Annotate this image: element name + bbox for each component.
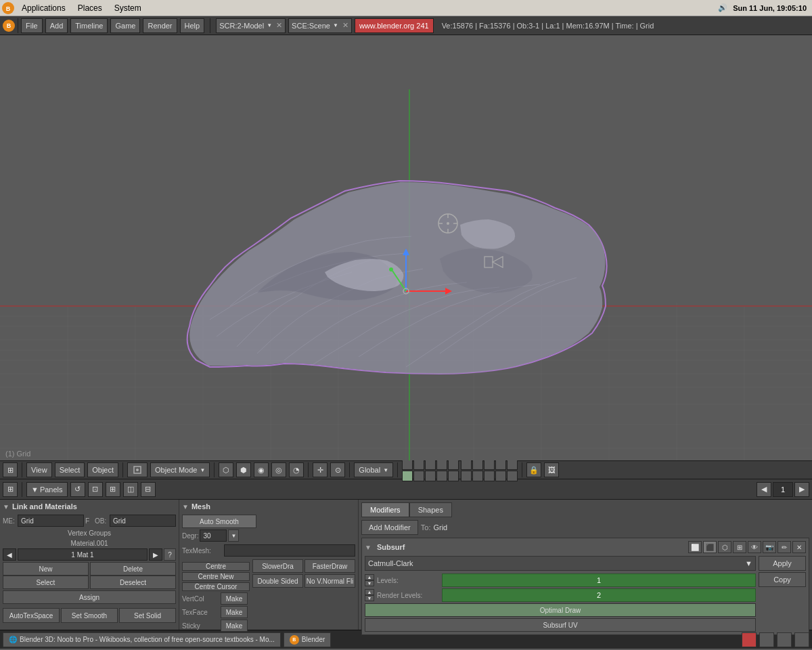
render-menu[interactable]: Render: [143, 18, 177, 33]
object-menu-btn[interactable]: Object: [87, 462, 118, 477]
layer-btn-17[interactable]: [472, 471, 483, 481]
global-select[interactable]: Global ▼: [354, 462, 393, 477]
me-input[interactable]: Grid: [18, 515, 84, 527]
places-menu[interactable]: Places: [72, 2, 108, 14]
layer-btn-10[interactable]: [448, 471, 459, 481]
lock-btn[interactable]: 🔒: [526, 462, 541, 477]
render-preview-btn[interactable]: 🖼: [544, 462, 559, 477]
select-menu-btn[interactable]: Select: [55, 462, 85, 477]
panel-next-btn[interactable]: ▶: [794, 482, 809, 497]
ss-icon-1[interactable]: ⬜: [688, 541, 702, 553]
select-btn[interactable]: Select: [3, 576, 89, 589]
mode-icon-btn[interactable]: [127, 462, 148, 477]
assign-btn[interactable]: Assign: [3, 590, 176, 604]
blender-task[interactable]: B Blender: [284, 632, 331, 647]
texface-make-btn[interactable]: Make: [221, 606, 248, 618]
draw-type-btn4[interactable]: ◎: [271, 462, 286, 477]
set-smooth-btn[interactable]: Set Smooth: [61, 608, 118, 623]
autotexspace-btn[interactable]: AutoTexSpace: [3, 608, 60, 623]
layer-btn-8[interactable]: [425, 471, 436, 481]
apply-btn[interactable]: Apply: [759, 556, 806, 571]
modifiers-tab[interactable]: Modifiers: [361, 502, 409, 517]
panels-icon-3[interactable]: ⊞: [106, 482, 120, 497]
help-menu[interactable]: Help: [180, 18, 205, 33]
scene-select[interactable]: SCE:Scene ▼ ✕: [288, 18, 352, 33]
ss-eye-icon[interactable]: 👁: [748, 541, 761, 553]
render-levels-down-arrow[interactable]: ▼: [365, 595, 374, 601]
ss-edit-icon[interactable]: ✏: [777, 541, 791, 553]
set-solid-btn[interactable]: Set Solid: [119, 608, 176, 623]
mat-input[interactable]: 1 Mat 1: [18, 548, 148, 561]
copy-btn[interactable]: Copy: [759, 572, 806, 587]
lm-toggle[interactable]: ▼: [3, 503, 9, 511]
draw-type-btn1[interactable]: ⬡: [219, 462, 233, 477]
screen-select[interactable]: SCR:2-Model ▼ ✕: [216, 18, 286, 33]
layer-btn-20[interactable]: [507, 471, 518, 481]
levels-up-arrow[interactable]: ▲: [365, 574, 374, 580]
system-menu[interactable]: System: [109, 2, 147, 14]
add-menu[interactable]: Add: [45, 18, 68, 33]
mat-nav-next[interactable]: ▶: [149, 548, 162, 561]
screen-close-icon[interactable]: ✕: [276, 21, 282, 30]
add-modifier-btn[interactable]: Add Modifier: [361, 520, 418, 535]
panel-prev-btn[interactable]: ◀: [757, 482, 771, 497]
delete-btn[interactable]: Delete: [90, 562, 176, 576]
double-sided-btn[interactable]: Double Sided: [252, 574, 303, 588]
transform-icon[interactable]: ✛: [313, 462, 328, 477]
ss-camera-icon[interactable]: 📷: [763, 541, 776, 553]
scene-close-icon[interactable]: ✕: [342, 21, 348, 30]
deselect-btn[interactable]: Deselect: [90, 576, 176, 589]
vertcol-make-btn[interactable]: Make: [221, 592, 248, 605]
render-levels-val[interactable]: 2: [442, 588, 756, 602]
auto-smooth-btn[interactable]: Auto Smooth: [182, 515, 256, 528]
shapes-tab[interactable]: Shapes: [409, 502, 452, 517]
blender-wiki-task[interactable]: 🌐 Blender 3D: Noob to Pro - Wikibooks, c…: [3, 632, 281, 647]
render-levels-up-arrow[interactable]: ▲: [365, 589, 374, 595]
faster-draw-btn[interactable]: FasterDraw: [304, 559, 355, 573]
layer-btn-18[interactable]: [484, 471, 495, 481]
view-menu-btn[interactable]: View: [26, 462, 52, 477]
draw-type-btn3[interactable]: ◉: [254, 462, 269, 477]
layer-btn-16[interactable]: [461, 471, 472, 481]
mat-nav-prev[interactable]: ◀: [3, 548, 16, 561]
layer-btn-6[interactable]: [402, 471, 413, 481]
ob-input[interactable]: Grid: [110, 515, 176, 527]
panel-resize-handle[interactable]: ⊞: [3, 462, 18, 477]
panels-icon-2[interactable]: ⊡: [88, 482, 103, 497]
catmull-clark-select[interactable]: Catmull-Clark ▼: [365, 556, 756, 571]
new-btn[interactable]: New: [3, 562, 89, 576]
optimal-draw-btn[interactable]: Optimal Draw: [365, 603, 756, 617]
subsurf-uv-btn[interactable]: Subsurf UV: [365, 618, 756, 632]
draw-type-btn2[interactable]: ⬢: [236, 462, 251, 477]
proportional-icon[interactable]: ⊙: [330, 462, 345, 477]
ss-icon-3[interactable]: ⬡: [718, 541, 731, 553]
no-vnormal-btn[interactable]: No V.Normal Fli: [304, 574, 355, 588]
ss-icon-2[interactable]: ⬛: [703, 541, 717, 553]
levels-down-arrow[interactable]: ▼: [365, 580, 374, 586]
panels-icon-1[interactable]: ↺: [70, 482, 85, 497]
timeline-menu[interactable]: Timeline: [70, 18, 108, 33]
file-menu[interactable]: File: [21, 18, 43, 33]
slower-draw-btn[interactable]: SlowerDra: [252, 559, 303, 573]
mat-question[interactable]: ?: [164, 548, 176, 561]
layer-btn-9[interactable]: [436, 471, 447, 481]
panels-icon-4[interactable]: ◫: [123, 482, 138, 497]
centre-cursor-btn[interactable]: Centre Cursor: [182, 582, 250, 591]
panels-handle[interactable]: ⊞: [3, 482, 18, 497]
degr-input[interactable]: 30: [200, 529, 227, 542]
degr-dropdown[interactable]: ▼: [228, 529, 239, 542]
viewport[interactable]: (1) Grid: [0, 35, 812, 460]
layer-btn-19[interactable]: [495, 471, 506, 481]
ss-close-icon[interactable]: ✕: [792, 541, 806, 553]
url-btn[interactable]: www.blender.org 241: [355, 18, 434, 33]
mode-select[interactable]: Object Mode ▼: [150, 462, 210, 477]
mesh-toggle[interactable]: ▼: [182, 503, 189, 511]
applications-menu[interactable]: Applications: [16, 2, 71, 14]
draw-type-btn5[interactable]: ◔: [289, 462, 304, 477]
layer-btn-7[interactable]: [413, 471, 424, 481]
panels-icon-5[interactable]: ⊟: [141, 482, 156, 497]
game-menu[interactable]: Game: [110, 18, 140, 33]
centre-btn[interactable]: Centre: [182, 562, 250, 571]
centre-new-btn[interactable]: Centre New: [182, 572, 250, 581]
texmesh-input[interactable]: [224, 544, 355, 557]
